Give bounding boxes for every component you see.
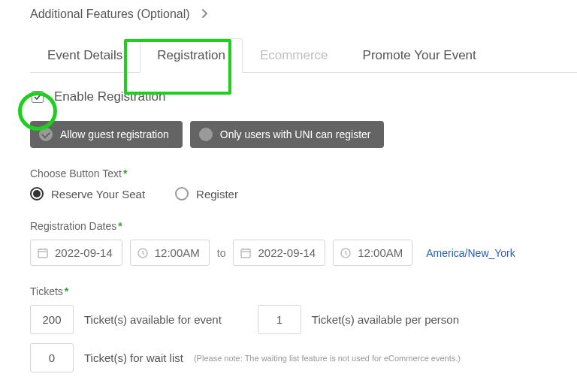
chevron-right-icon <box>201 8 210 21</box>
start-time-input[interactable]: 12:00AM <box>130 240 210 266</box>
radio-reserve-seat[interactable]: Reserve Your Seat <box>30 187 145 201</box>
button-text-radios: Reserve Your Seat Register <box>30 187 577 201</box>
to-label: to <box>217 247 226 259</box>
uni-only-label: Only users with UNI can register <box>220 128 371 140</box>
tickets-event-row: 200 Ticket(s) available for event 1 Tick… <box>30 305 577 334</box>
clock-icon <box>137 247 149 259</box>
radio-icon <box>175 187 189 201</box>
section-header[interactable]: Additional Features (Optional) <box>30 8 577 21</box>
start-date-value: 2022-09-14 <box>55 246 113 259</box>
tickets-label: Tickets* <box>30 285 577 297</box>
tickets-person-label: Ticket(s) available per person <box>312 313 459 326</box>
circle-icon <box>199 128 213 141</box>
tickets-waitlist-input[interactable]: 0 <box>30 343 74 372</box>
tickets-waitlist-label: Ticket(s) for wait list <box>84 351 183 364</box>
allow-guest-label: Allow guest registration <box>60 128 169 140</box>
start-date-input[interactable]: 2022-09-14 <box>30 240 122 266</box>
tickets-event-input[interactable]: 200 <box>30 305 74 334</box>
tabs: Event Details Registration Ecommerce Pro… <box>30 38 577 73</box>
end-date-input[interactable]: 2022-09-14 <box>233 240 325 266</box>
tickets-person-input[interactable]: 1 <box>258 305 301 334</box>
end-date-value: 2022-09-14 <box>258 246 316 259</box>
registration-mode-buttons: Allow guest registration Only users with… <box>30 121 577 148</box>
enable-registration-row: Enable Registration <box>32 89 577 104</box>
enable-registration-checkbox[interactable] <box>32 91 44 103</box>
radio-reserve-label: Reserve Your Seat <box>51 188 145 201</box>
tickets-event-label: Ticket(s) available for event <box>84 313 222 326</box>
tab-registration[interactable]: Registration <box>140 38 243 73</box>
tab-event-details[interactable]: Event Details <box>30 38 140 73</box>
svg-rect-5 <box>241 249 250 258</box>
registration-dates-row: 2022-09-14 12:00AM to 2022-09-14 12:00AM… <box>30 240 577 266</box>
waitlist-note: (Please note: The waiting list feature i… <box>194 354 461 363</box>
tickets-waitlist-row: 0 Ticket(s) for wait list (Please note: … <box>30 343 577 372</box>
registration-dates-label: Registration Dates* <box>30 220 577 232</box>
calendar-icon <box>37 247 49 259</box>
check-circle-icon <box>39 128 53 141</box>
radio-icon <box>30 187 44 201</box>
required-mark: * <box>118 220 122 232</box>
choose-button-text-label: Choose Button Text* <box>30 167 577 179</box>
section-title: Additional Features (Optional) <box>30 8 190 21</box>
end-time-input[interactable]: 12:00AM <box>333 240 412 266</box>
required-mark: * <box>65 285 68 297</box>
clock-icon <box>340 247 352 259</box>
calendar-icon <box>240 247 252 259</box>
tab-promote[interactable]: Promote Your Event <box>346 38 494 73</box>
end-time-value: 12:00AM <box>358 246 403 259</box>
radio-register[interactable]: Register <box>175 187 238 201</box>
required-mark: * <box>123 167 127 179</box>
tab-ecommerce[interactable]: Ecommerce <box>243 38 346 73</box>
allow-guest-button[interactable]: Allow guest registration <box>30 121 183 148</box>
radio-register-label: Register <box>196 188 238 201</box>
start-time-value: 12:00AM <box>155 246 200 259</box>
enable-registration-label: Enable Registration <box>54 89 165 104</box>
uni-only-button[interactable]: Only users with UNI can register <box>190 121 385 148</box>
svg-rect-0 <box>38 249 47 258</box>
timezone-link[interactable]: America/New_York <box>426 247 515 259</box>
